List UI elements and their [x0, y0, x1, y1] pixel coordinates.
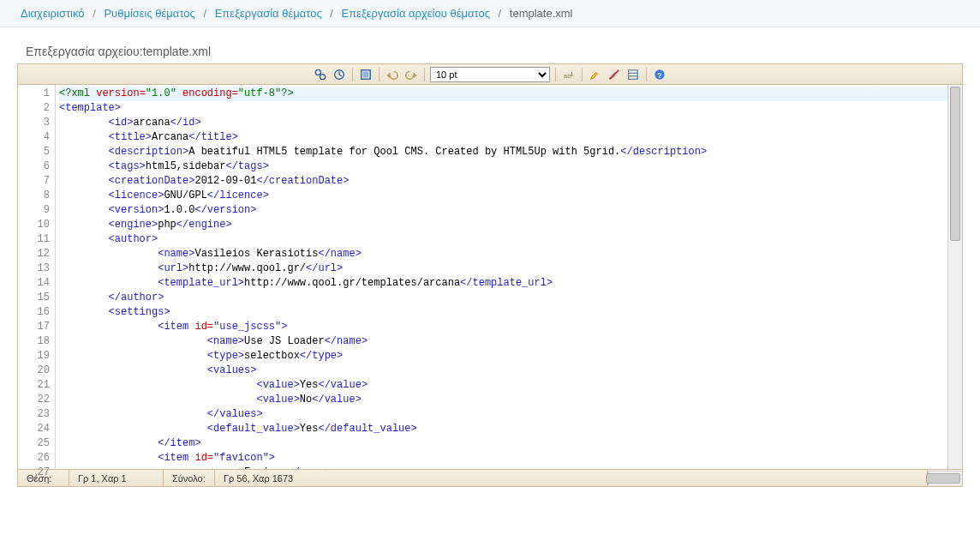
line-number: 6 [18, 159, 50, 174]
wordwrap-icon[interactable]: ab [561, 67, 577, 82]
code-line[interactable]: <creationDate>2012-09-01</creationDate> [59, 174, 947, 189]
breadcrumb-link-theme-settings[interactable]: Ρυθμίσεις θέματος [104, 7, 194, 20]
line-number: 19 [18, 349, 50, 364]
breadcrumb-link-admin[interactable]: Διαχειριστικό [21, 7, 85, 20]
horizontal-scrollbar[interactable] [928, 471, 962, 485]
code-line[interactable]: <engine>php</engine> [59, 218, 947, 232]
line-number: 23 [18, 407, 50, 422]
toolbar-separator [646, 68, 647, 81]
svg-text:ab: ab [564, 71, 571, 79]
code-line[interactable]: </values> [59, 407, 947, 422]
editor-toolbar: 10 pt ab ? [18, 64, 962, 85]
code-line[interactable]: <type>selectbox</type> [59, 349, 947, 364]
status-total-value: Γρ 56, Χαρ 1673 [215, 470, 928, 486]
code-line[interactable]: <value>No</value> [59, 393, 947, 407]
fullscreen-icon[interactable] [358, 67, 373, 82]
line-number: 25 [18, 436, 50, 451]
highlight-icon[interactable] [588, 67, 603, 82]
line-number-gutter: 1234567891011121314151617181920212223242… [18, 85, 56, 469]
line-number: 16 [18, 305, 50, 320]
search-icon[interactable] [313, 67, 328, 82]
code-line[interactable]: <name>Favicon</name> [59, 466, 947, 469]
help-icon[interactable]: ? [652, 67, 667, 82]
code-line[interactable]: <default_value>Yes</default_value> [59, 422, 947, 436]
breadcrumb-separator: / [493, 7, 507, 20]
code-line[interactable]: <licence>GNU/GPL</licence> [59, 189, 947, 203]
code-line[interactable]: <settings> [59, 305, 947, 320]
status-total-label: Σύνολο: [164, 470, 215, 486]
editor-statusbar: Θέση: Γρ 1, Χαρ 1 Σύνολο: Γρ 56, Χαρ 167… [18, 469, 962, 486]
line-number: 10 [18, 218, 50, 232]
breadcrumb-link-edit-theme[interactable]: Επεξεργασία θέματος [215, 7, 322, 20]
undo-icon[interactable] [385, 67, 400, 82]
toolbar-separator [379, 68, 379, 81]
redo-icon[interactable] [403, 67, 419, 82]
line-number: 17 [18, 320, 50, 334]
svg-line-6 [610, 69, 619, 79]
breadcrumb-link-edit-theme-file[interactable]: Επεξεργασία αρχείου θέματος [342, 7, 490, 20]
toolbar-separator [555, 68, 556, 81]
line-number: 1 [18, 87, 50, 101]
line-number: 5 [18, 145, 50, 159]
line-number: 3 [18, 116, 50, 130]
toolbar-separator [424, 68, 425, 81]
code-line[interactable]: <id>arcana</id> [59, 116, 947, 130]
code-line[interactable]: <title>Arcana</title> [59, 130, 947, 145]
code-line[interactable]: <name>Use JS Loader</name> [59, 334, 947, 349]
code-line[interactable]: <item id="favicon"> [59, 451, 947, 466]
settings-icon[interactable] [625, 67, 641, 82]
line-number: 24 [18, 422, 50, 436]
line-number: 14 [18, 276, 50, 291]
scrollbar-thumb[interactable] [926, 473, 960, 484]
code-line[interactable]: <item id="use_jscss"> [59, 320, 947, 334]
svg-text:?: ? [657, 70, 661, 79]
toolbar-separator [352, 68, 353, 81]
page-area: Επεξεργασία αρχείου:template.xml 10 pt [0, 27, 980, 487]
breadcrumb-separator: / [87, 7, 101, 20]
line-number: 8 [18, 189, 50, 203]
code-line[interactable]: <template_url>http://www.qool.gr/templat… [59, 276, 947, 291]
breadcrumb-separator: / [325, 7, 338, 20]
breadcrumb: Διαχειριστικό / Ρυθμίσεις θέματος / Επεξ… [0, 0, 980, 27]
goto-line-icon[interactable] [332, 67, 347, 82]
fontsize-select[interactable]: 10 pt [430, 67, 550, 82]
page-title: Επεξεργασία αρχείου:template.xml [9, 45, 971, 63]
code-line[interactable]: <values> [59, 364, 947, 378]
breadcrumb-separator: / [198, 7, 212, 20]
code-line[interactable]: <description>A beatiful HTML5 template f… [59, 145, 947, 159]
code-line[interactable]: <name>Vasileios Kerasiotis</name> [59, 247, 947, 261]
line-number: 4 [18, 130, 50, 145]
editor: 10 pt ab ? 12345678910111213141516171819… [17, 63, 963, 487]
code-line[interactable]: <value>Yes</value> [59, 378, 947, 393]
svg-rect-4 [363, 71, 369, 77]
line-number: 27 [18, 466, 50, 480]
vertical-scrollbar[interactable] [947, 85, 962, 469]
line-number: 13 [18, 261, 50, 276]
code-line[interactable]: <author> [59, 232, 947, 247]
code-line[interactable]: <tags>html5,sidebar</tags> [59, 159, 947, 174]
code-line[interactable]: <?xml version="1.0" encoding="utf-8"?> [59, 87, 947, 101]
line-number: 26 [18, 451, 50, 466]
toolbar-separator [582, 68, 583, 81]
line-number: 7 [18, 174, 50, 189]
scrollbar-thumb[interactable] [950, 87, 960, 241]
line-number: 9 [18, 203, 50, 218]
code-line[interactable]: </item> [59, 436, 947, 451]
line-number: 22 [18, 393, 50, 407]
svg-point-0 [315, 69, 320, 75]
reset-highlight-icon[interactable] [607, 67, 622, 82]
line-number: 12 [18, 247, 50, 261]
code-line[interactable]: <template> [59, 101, 947, 116]
svg-rect-7 [629, 69, 638, 79]
breadcrumb-current: template.xml [510, 7, 573, 20]
line-number: 18 [18, 334, 50, 349]
line-number: 15 [18, 291, 50, 305]
code-line[interactable]: </author> [59, 291, 947, 305]
status-position-value: Γρ 1, Χαρ 1 [69, 470, 164, 486]
code-line[interactable]: <url>http://www.qool.gr/</url> [59, 261, 947, 276]
editor-body: 1234567891011121314151617181920212223242… [18, 85, 962, 469]
line-number: 20 [18, 364, 50, 378]
code-area[interactable]: <?xml version="1.0" encoding="utf-8"?><t… [56, 85, 947, 469]
code-line[interactable]: <version>1.0.0</version> [59, 203, 947, 218]
line-number: 21 [18, 378, 50, 393]
